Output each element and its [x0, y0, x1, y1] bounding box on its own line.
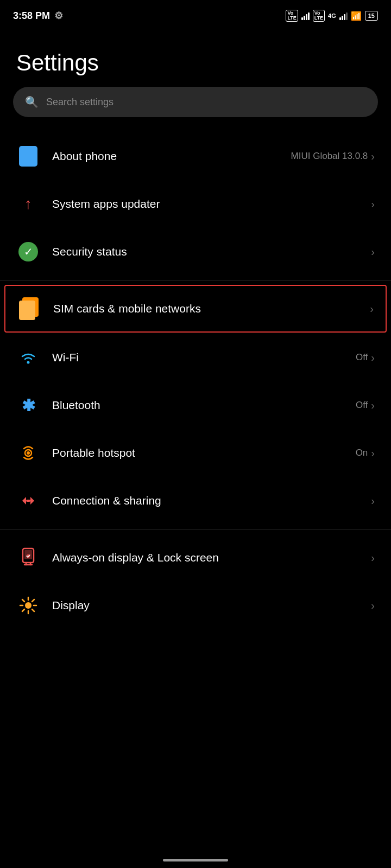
sim-cards-label: SIM cards & mobile networks [53, 302, 358, 315]
display-chevron: › [371, 599, 375, 612]
search-bar[interactable]: 🔍 Search settings [13, 87, 378, 117]
network-4g-icon: 4G [328, 12, 336, 19]
always-on-display-chevron: › [371, 552, 375, 564]
connection-sharing-chevron: › [371, 495, 375, 507]
always-on-display-label: Always-on display & Lock screen [52, 551, 359, 564]
svg-rect-3 [26, 500, 30, 502]
bottom-indicator [163, 859, 228, 861]
status-time: 3:58 PM ⚙ [13, 10, 63, 22]
search-placeholder: Search settings [46, 97, 113, 108]
sim-cards-chevron: › [370, 303, 374, 315]
svg-line-14 [32, 599, 34, 602]
svg-point-2 [27, 451, 30, 455]
bluetooth-label: Bluetooth [52, 399, 344, 412]
settings-item-about-phone[interactable]: About phone MIUI Global 13.0.8 › [0, 132, 391, 180]
svg-line-12 [22, 599, 24, 602]
settings-item-wifi[interactable]: Wi-Fi Off › [0, 334, 391, 381]
settings-item-connection-sharing[interactable]: Connection & sharing › [0, 477, 391, 525]
signal-icon-2 [339, 11, 348, 20]
volte-badge-1: VoLTE [286, 10, 298, 22]
battery-icon: 15 [365, 11, 378, 21]
hotspot-icon [16, 441, 40, 465]
gear-icon: ⚙ [54, 10, 63, 22]
display-icon [16, 593, 40, 617]
settings-item-system-apps-updater[interactable]: ↑ System apps updater › [0, 180, 391, 228]
svg-point-7 [25, 602, 31, 609]
security-status-icon: ✓ [16, 240, 40, 264]
hotspot-label: Portable hotspot [52, 446, 344, 459]
about-phone-subtitle: MIUI Global 13.0.8 [291, 151, 368, 162]
wifi-icon [16, 346, 40, 369]
settings-list: About phone MIUI Global 13.0.8 › ↑ Syste… [0, 132, 391, 629]
bluetooth-status: Off [356, 400, 368, 411]
settings-item-bluetooth[interactable]: ✱ Bluetooth Off › [0, 381, 391, 429]
system-apps-updater-icon: ↑ [16, 192, 40, 216]
page-title: Settings [0, 28, 391, 87]
bluetooth-icon: ✱ [16, 393, 40, 417]
status-icons: VoLTE VoLTE 4G 📶 15 [286, 10, 378, 22]
wifi-status-icon: 📶 [351, 11, 362, 21]
sim-cards-icon [17, 297, 41, 321]
divider-2 [0, 529, 391, 529]
wifi-status: Off [356, 352, 368, 363]
wifi-label: Wi-Fi [52, 351, 344, 364]
about-phone-chevron: › [371, 150, 375, 163]
about-phone-label: About phone [52, 150, 279, 163]
system-apps-updater-chevron: › [371, 198, 375, 210]
security-status-chevron: › [371, 246, 375, 258]
svg-line-13 [32, 609, 34, 611]
status-bar: 3:58 PM ⚙ VoLTE VoLTE 4G 📶 15 [0, 0, 391, 28]
security-status-label: Security status [52, 245, 359, 258]
settings-item-security-status[interactable]: ✓ Security status › [0, 228, 391, 276]
svg-point-0 [27, 361, 30, 364]
svg-line-15 [22, 609, 24, 611]
connection-sharing-icon [16, 489, 40, 513]
search-icon: 🔍 [25, 95, 39, 108]
bluetooth-chevron: › [371, 399, 375, 412]
divider-1 [0, 280, 391, 280]
volte-badge-2: VoLTE [313, 10, 325, 22]
hotspot-chevron: › [371, 447, 375, 459]
settings-item-display[interactable]: Display › [0, 582, 391, 629]
signal-icon-1 [301, 11, 310, 20]
hotspot-status: On [356, 448, 368, 458]
always-on-display-icon [16, 546, 40, 570]
system-apps-updater-label: System apps updater [52, 197, 359, 210]
settings-item-always-on-display[interactable]: Always-on display & Lock screen › [0, 534, 391, 582]
time-display: 3:58 PM [13, 10, 50, 22]
wifi-chevron: › [371, 352, 375, 364]
settings-item-sim-cards[interactable]: SIM cards & mobile networks › [4, 285, 387, 333]
connection-sharing-label: Connection & sharing [52, 494, 359, 507]
display-label: Display [52, 599, 359, 612]
settings-item-hotspot[interactable]: Portable hotspot On › [0, 429, 391, 477]
about-phone-icon [16, 144, 40, 168]
